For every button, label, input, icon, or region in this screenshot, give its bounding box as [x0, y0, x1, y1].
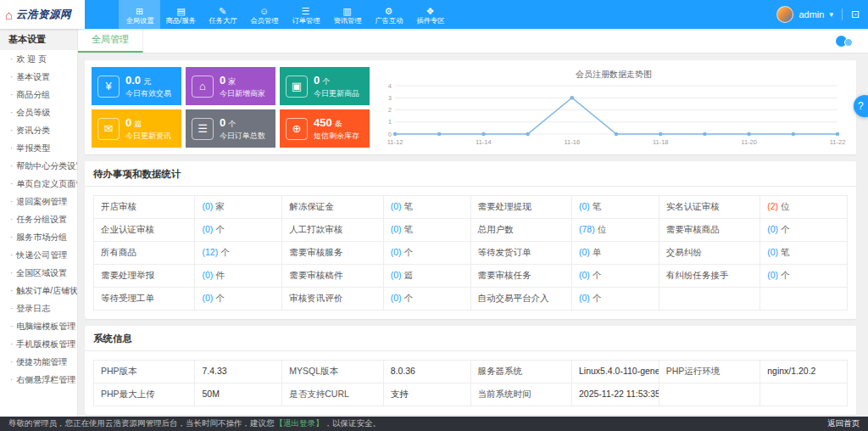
sidebar-item[interactable]: · 单页自定义页面管理	[0, 175, 77, 193]
top-nav-item[interactable]: ⊞ 全局设置	[119, 0, 160, 29]
svg-text:11-22: 11-22	[830, 138, 846, 146]
back-home-link[interactable]: 返回首页	[827, 418, 860, 429]
sidebar-item[interactable]: · 基本设置	[0, 68, 77, 86]
sidebar-item[interactable]: · 手机版模板管理	[0, 335, 77, 353]
stat-card[interactable]: ☰ 0 个 今日订单总数	[186, 109, 275, 148]
top-nav-item[interactable]: ⚙ 广告互动	[368, 0, 409, 29]
todo-count-link[interactable]: (0)	[391, 224, 402, 234]
todo-count-link[interactable]: (0)	[391, 270, 402, 280]
bullet-icon: ·	[10, 375, 13, 384]
fullscreen-icon[interactable]: ⊡	[851, 8, 860, 20]
sidebar-item[interactable]: · 帮助中心分类设置	[0, 157, 77, 175]
app-logo[interactable]: ⌂ 云浩资源网	[0, 0, 85, 29]
chevron-down-icon[interactable]: ▾	[829, 10, 833, 19]
todo-count-link[interactable]: (0)	[202, 270, 213, 280]
sidebar-item[interactable]: · 登录日志	[0, 299, 77, 317]
stat-value-row: 0.0 元	[125, 74, 171, 87]
top-nav-item[interactable]: ☰ 订单管理	[285, 0, 326, 29]
sysinfo-cell: PHP最大上传 50M	[93, 383, 281, 406]
todo-count-link[interactable]: (2)	[767, 201, 778, 211]
top-nav-item[interactable]: ▤ 商品/服务	[160, 0, 202, 29]
todo-count-link[interactable]: (0)	[767, 270, 778, 280]
nav-item-icon: ▥	[342, 6, 351, 16]
sidebar-item[interactable]: · 任务分组设置	[0, 210, 77, 228]
todo-value: (0)个	[384, 288, 470, 310]
todo-count-link[interactable]: (0)	[767, 247, 778, 257]
todo-count-link[interactable]: (78)	[579, 224, 595, 234]
bullet-icon: ·	[10, 126, 13, 135]
sidebar-item[interactable]: · 会员等级	[0, 104, 77, 121]
todo-count-link[interactable]: (0)	[579, 247, 590, 257]
bullet-icon: ·	[10, 286, 13, 295]
sidebar-item[interactable]: · 电脑端模板管理	[0, 317, 77, 335]
content-area: 全局管理 ¥ 0.0 元 今日有效交易 ⌂	[78, 29, 868, 417]
logout-link[interactable]: 【退出登录】	[275, 418, 324, 428]
todo-count-link[interactable]: (0)	[391, 201, 402, 211]
top-nav-item[interactable]: ❖ 插件专区	[409, 0, 451, 29]
todo-label: 等待受理工单	[94, 288, 195, 310]
nav-item-icon: ☰	[302, 6, 310, 16]
nav-item-label: 全局设置	[125, 16, 153, 25]
stat-card[interactable]: ⊕ 450 条 短信剩余库存	[280, 109, 370, 148]
sidebar-item[interactable]: · 商品分组	[0, 86, 77, 104]
sysinfo-cell	[659, 383, 847, 406]
todo-count-link[interactable]: (0)	[579, 270, 590, 280]
sysinfo-value: 2025-11-22 11:53:35	[572, 383, 659, 406]
sidebar-item[interactable]: · 退回案例管理	[0, 193, 77, 210]
stat-card[interactable]: ¥ 0.0 元 今日有效交易	[92, 67, 181, 105]
avatar[interactable]	[776, 6, 793, 23]
stat-card[interactable]: ✉ 0 篇 今日更新资讯	[92, 109, 181, 148]
todo-count-link[interactable]: (0)	[391, 247, 402, 257]
stat-card[interactable]: ▣ 0 个 今日更新商品	[280, 67, 370, 105]
nav-item-label: 插件专区	[416, 16, 444, 25]
todo-unit: 个	[220, 247, 230, 257]
stat-card[interactable]: ⌂ 0 家 今日新增商家	[186, 67, 275, 105]
todo-count-link[interactable]: (0)	[202, 293, 213, 303]
sidebar-item-label: 基本设置	[16, 71, 50, 83]
todo-value: (0)件	[195, 265, 281, 287]
sidebar-item-label: 快递公司管理	[16, 249, 67, 261]
todo-count-link[interactable]: (0)	[579, 201, 590, 211]
sidebar: 基本设置 · 欢 迎 页 · 基本设置 · 商品分组 · 会员等级 · 资讯分类…	[0, 29, 78, 417]
stat-card-text: 450 条 短信剩余库存	[314, 116, 359, 142]
tab-bar: 全局管理	[78, 29, 868, 53]
bullet-icon: ·	[10, 250, 13, 260]
sidebar-item[interactable]: · 便捷功能管理	[0, 353, 77, 371]
sidebar-item[interactable]: · 资讯分类	[0, 121, 77, 139]
todo-cell: 有纠纷任务接手 (0)个	[659, 264, 847, 287]
username[interactable]: admin	[798, 9, 824, 20]
sidebar-item[interactable]: · 举报类型	[0, 139, 77, 157]
todo-count-link[interactable]: (0)	[202, 201, 213, 211]
todo-count-link[interactable]: (0)	[767, 224, 778, 234]
top-nav-item[interactable]: ✎ 任务大厅	[202, 0, 243, 29]
sidebar-item[interactable]: · 欢 迎 页	[0, 50, 77, 68]
sidebar-item-label: 电脑端模板管理	[16, 321, 75, 333]
stat-value-row: 450 条	[314, 116, 359, 130]
stat-value-row: 0 篇	[125, 116, 171, 130]
sidebar-item[interactable]: · 服务市场分组	[0, 228, 77, 246]
top-nav-item[interactable]: ☺ 会员管理	[243, 0, 285, 29]
theme-switch-icon[interactable]	[836, 35, 858, 48]
svg-text:4: 4	[388, 83, 392, 89]
stat-value-row: 0 家	[220, 74, 265, 87]
stat-unit: 个	[228, 120, 236, 128]
todo-label: 所有商品	[94, 242, 195, 264]
sidebar-item-label: 右侧悬浮栏管理	[16, 374, 75, 386]
tab-global-management[interactable]: 全局管理	[78, 28, 143, 53]
todo-cell: 需要处理举报 (0)件	[93, 264, 281, 287]
todo-cell: 需要审核稿件 (0)篇	[281, 264, 470, 287]
todo-label: 解冻保证金	[282, 196, 383, 218]
sidebar-item[interactable]: · 触发订单/店铺状态	[0, 282, 77, 299]
todo-cell: 自动交易平台介入 (0)个	[470, 287, 659, 310]
todo-count-link[interactable]: (0)	[579, 293, 590, 303]
todo-count-link[interactable]: (0)	[391, 293, 402, 303]
todo-value: (78)位	[572, 219, 659, 241]
sidebar-item[interactable]: · 快递公司管理	[0, 246, 77, 264]
todo-unit: 家	[215, 201, 225, 211]
sidebar-item[interactable]: · 全国区域设置	[0, 264, 77, 282]
todo-count-link[interactable]: (0)	[202, 224, 213, 234]
stat-label: 今日更新商品	[314, 88, 359, 99]
sidebar-item[interactable]: · 右侧悬浮栏管理	[0, 371, 77, 389]
todo-count-link[interactable]: (12)	[202, 247, 218, 257]
top-nav-item[interactable]: ▥ 资讯管理	[326, 0, 368, 29]
